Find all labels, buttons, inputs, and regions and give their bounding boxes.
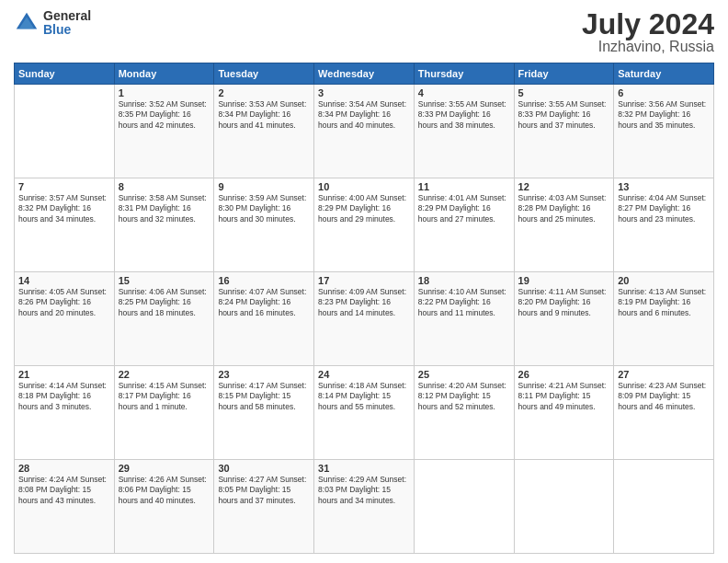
day-info: Sunrise: 4:14 AM Sunset: 8:18 PM Dayligh… [18, 381, 110, 412]
table-row: 11Sunrise: 4:01 AM Sunset: 8:29 PM Dayli… [414, 178, 514, 272]
calendar-week-row: 28Sunrise: 4:24 AM Sunset: 8:08 PM Dayli… [15, 460, 714, 554]
day-info: Sunrise: 4:29 AM Sunset: 8:03 PM Dayligh… [318, 475, 410, 506]
day-number: 9 [218, 181, 310, 192]
day-number: 23 [218, 369, 310, 380]
table-row [514, 460, 614, 554]
day-info: Sunrise: 4:06 AM Sunset: 8:25 PM Dayligh… [119, 287, 210, 318]
table-row: 26Sunrise: 4:21 AM Sunset: 8:11 PM Dayli… [514, 366, 614, 460]
col-sunday: Sunday [15, 63, 115, 85]
day-number: 26 [518, 369, 610, 380]
day-info: Sunrise: 4:01 AM Sunset: 8:29 PM Dayligh… [418, 193, 510, 224]
table-row: 6Sunrise: 3:56 AM Sunset: 8:32 PM Daylig… [614, 85, 714, 178]
table-row: 31Sunrise: 4:29 AM Sunset: 8:03 PM Dayli… [314, 460, 415, 554]
day-number: 17 [318, 275, 410, 286]
day-info: Sunrise: 4:04 AM Sunset: 8:27 PM Dayligh… [618, 193, 710, 224]
logo: General Blue [14, 9, 91, 38]
table-row: 22Sunrise: 4:15 AM Sunset: 8:17 PM Dayli… [114, 366, 214, 460]
table-row [15, 85, 115, 178]
day-info: Sunrise: 4:21 AM Sunset: 8:11 PM Dayligh… [518, 381, 610, 412]
table-row: 4Sunrise: 3:55 AM Sunset: 8:33 PM Daylig… [414, 85, 514, 178]
day-number: 20 [618, 275, 710, 286]
day-info: Sunrise: 4:11 AM Sunset: 8:20 PM Dayligh… [518, 287, 610, 318]
calendar-week-row: 21Sunrise: 4:14 AM Sunset: 8:18 PM Dayli… [15, 366, 714, 460]
title-block: July 2024 Inzhavino, Russia [582, 9, 714, 55]
day-info: Sunrise: 3:52 AM Sunset: 8:35 PM Dayligh… [119, 99, 210, 131]
day-info: Sunrise: 4:20 AM Sunset: 8:12 PM Dayligh… [418, 381, 510, 412]
table-row: 20Sunrise: 4:13 AM Sunset: 8:19 PM Dayli… [614, 272, 714, 366]
day-info: Sunrise: 3:58 AM Sunset: 8:31 PM Dayligh… [119, 193, 210, 224]
logo-icon [14, 10, 40, 36]
day-number: 14 [18, 275, 110, 286]
page: General Blue July 2024 Inzhavino, Russia… [0, 0, 728, 563]
day-number: 1 [119, 87, 210, 98]
day-number: 24 [318, 369, 410, 380]
day-info: Sunrise: 4:24 AM Sunset: 8:08 PM Dayligh… [18, 475, 110, 506]
table-row [414, 460, 514, 554]
day-number: 29 [119, 463, 210, 474]
col-tuesday: Tuesday [214, 63, 314, 85]
day-info: Sunrise: 4:27 AM Sunset: 8:05 PM Dayligh… [218, 475, 310, 506]
table-row: 12Sunrise: 4:03 AM Sunset: 8:28 PM Dayli… [514, 178, 614, 272]
day-info: Sunrise: 3:55 AM Sunset: 8:33 PM Dayligh… [418, 99, 510, 131]
day-info: Sunrise: 4:17 AM Sunset: 8:15 PM Dayligh… [218, 381, 310, 412]
table-row: 10Sunrise: 4:00 AM Sunset: 8:29 PM Dayli… [314, 178, 415, 272]
day-number: 2 [218, 87, 310, 98]
day-number: 19 [518, 275, 610, 286]
day-info: Sunrise: 4:00 AM Sunset: 8:29 PM Dayligh… [318, 193, 410, 224]
calendar-table: Sunday Monday Tuesday Wednesday Thursday… [14, 63, 714, 554]
day-number: 16 [218, 275, 310, 286]
day-info: Sunrise: 4:05 AM Sunset: 8:26 PM Dayligh… [18, 287, 110, 318]
logo-blue: Blue [43, 23, 91, 37]
table-row: 7Sunrise: 3:57 AM Sunset: 8:32 PM Daylig… [15, 178, 115, 272]
logo-general: General [43, 9, 91, 23]
day-number: 25 [418, 369, 510, 380]
col-saturday: Saturday [614, 63, 714, 85]
table-row [614, 460, 714, 554]
table-row: 1Sunrise: 3:52 AM Sunset: 8:35 PM Daylig… [114, 85, 214, 178]
table-row: 2Sunrise: 3:53 AM Sunset: 8:34 PM Daylig… [214, 85, 314, 178]
day-info: Sunrise: 4:18 AM Sunset: 8:14 PM Dayligh… [318, 381, 410, 412]
day-info: Sunrise: 3:59 AM Sunset: 8:30 PM Dayligh… [218, 193, 310, 224]
day-number: 11 [418, 181, 510, 192]
table-row: 14Sunrise: 4:05 AM Sunset: 8:26 PM Dayli… [15, 272, 115, 366]
table-row: 8Sunrise: 3:58 AM Sunset: 8:31 PM Daylig… [114, 178, 214, 272]
col-wednesday: Wednesday [314, 63, 415, 85]
col-friday: Friday [514, 63, 614, 85]
day-info: Sunrise: 3:57 AM Sunset: 8:32 PM Dayligh… [18, 193, 110, 224]
table-row: 27Sunrise: 4:23 AM Sunset: 8:09 PM Dayli… [614, 366, 714, 460]
calendar-week-row: 14Sunrise: 4:05 AM Sunset: 8:26 PM Dayli… [15, 272, 714, 366]
day-number: 13 [618, 181, 710, 192]
calendar-header-row: Sunday Monday Tuesday Wednesday Thursday… [15, 63, 714, 85]
table-row: 18Sunrise: 4:10 AM Sunset: 8:22 PM Dayli… [414, 272, 514, 366]
table-row: 17Sunrise: 4:09 AM Sunset: 8:23 PM Dayli… [314, 272, 415, 366]
day-number: 21 [18, 369, 110, 380]
table-row: 13Sunrise: 4:04 AM Sunset: 8:27 PM Dayli… [614, 178, 714, 272]
day-number: 22 [119, 369, 210, 380]
day-info: Sunrise: 4:15 AM Sunset: 8:17 PM Dayligh… [119, 381, 210, 412]
table-row: 29Sunrise: 4:26 AM Sunset: 8:06 PM Dayli… [114, 460, 214, 554]
col-monday: Monday [114, 63, 214, 85]
table-row: 21Sunrise: 4:14 AM Sunset: 8:18 PM Dayli… [15, 366, 115, 460]
day-info: Sunrise: 3:54 AM Sunset: 8:34 PM Dayligh… [318, 99, 410, 131]
day-info: Sunrise: 4:23 AM Sunset: 8:09 PM Dayligh… [618, 381, 710, 412]
day-number: 10 [318, 181, 410, 192]
day-info: Sunrise: 4:26 AM Sunset: 8:06 PM Dayligh… [119, 475, 210, 506]
title-location: Inzhavino, Russia [582, 39, 714, 55]
day-number: 12 [518, 181, 610, 192]
header: General Blue July 2024 Inzhavino, Russia [14, 9, 714, 55]
day-number: 15 [119, 275, 210, 286]
day-number: 4 [418, 87, 510, 98]
table-row: 25Sunrise: 4:20 AM Sunset: 8:12 PM Dayli… [414, 366, 514, 460]
day-number: 28 [18, 463, 110, 474]
day-info: Sunrise: 4:10 AM Sunset: 8:22 PM Dayligh… [418, 287, 510, 318]
calendar-week-row: 7Sunrise: 3:57 AM Sunset: 8:32 PM Daylig… [15, 178, 714, 272]
day-number: 18 [418, 275, 510, 286]
table-row: 19Sunrise: 4:11 AM Sunset: 8:20 PM Dayli… [514, 272, 614, 366]
day-number: 7 [18, 181, 110, 192]
table-row: 5Sunrise: 3:55 AM Sunset: 8:33 PM Daylig… [514, 85, 614, 178]
table-row: 16Sunrise: 4:07 AM Sunset: 8:24 PM Dayli… [214, 272, 314, 366]
table-row: 24Sunrise: 4:18 AM Sunset: 8:14 PM Dayli… [314, 366, 415, 460]
day-info: Sunrise: 3:53 AM Sunset: 8:34 PM Dayligh… [218, 99, 310, 131]
col-thursday: Thursday [414, 63, 514, 85]
day-number: 31 [318, 463, 410, 474]
